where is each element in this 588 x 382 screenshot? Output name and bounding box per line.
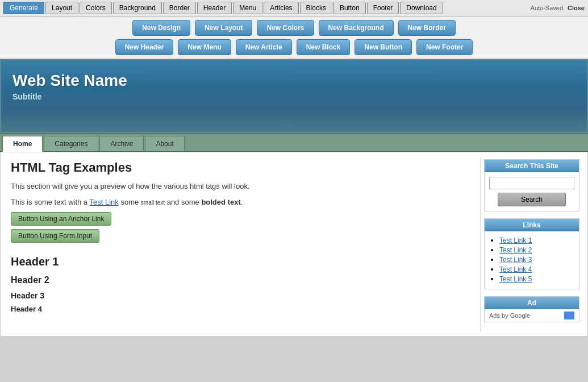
test-link-4[interactable]: Test Link 4 — [499, 265, 532, 273]
btn-new-footer[interactable]: New Footer — [416, 39, 473, 55]
tab-background[interactable]: Background — [113, 2, 162, 14]
ads-by-google-label: Ads by Google — [489, 312, 530, 319]
action-row-2: New Header New Menu New Article New Bloc… — [115, 39, 473, 55]
search-box: Search This Site Search — [484, 159, 579, 211]
list-item: Test Link 2 — [499, 246, 574, 254]
article: HTML Tag Examples This section will give… — [5, 157, 481, 331]
btn-new-border[interactable]: New Border — [398, 20, 456, 36]
site-subtitle: Subtitle — [12, 92, 576, 101]
google-icon — [564, 312, 574, 319]
site-title: Web Site Name — [12, 72, 576, 90]
nav-home[interactable]: Home — [2, 136, 43, 152]
para2-suffix: and some — [165, 198, 201, 206]
article-paragraph2: This is some text with a Test Link some … — [11, 197, 474, 208]
toolbar: Generate Layout Colors Background Border… — [0, 0, 588, 16]
site-preview: Web Site Name Subtitle Home Categories A… — [0, 59, 588, 337]
btn-new-header[interactable]: New Header — [115, 39, 174, 55]
list-item: Test Link 5 — [499, 275, 574, 283]
test-link-5[interactable]: Test Link 5 — [499, 275, 532, 283]
btn-new-background[interactable]: New Background — [319, 20, 394, 36]
article-h4: Header 4 — [11, 305, 474, 313]
action-row-1: New Design New Layout New Colors New Bac… — [132, 20, 456, 36]
article-h2: Header 2 — [11, 275, 474, 285]
sidebar: Search This Site Search Links Test Link … — [481, 157, 583, 331]
btn-new-article[interactable]: New Article — [236, 39, 292, 55]
test-link-1[interactable]: Test Link 1 — [499, 236, 532, 244]
nav-categories[interactable]: Categories — [44, 136, 98, 151]
site-header: Web Site Name Subtitle — [0, 59, 588, 133]
autosaved-area: Auto-Saved Close — [531, 5, 585, 11]
tab-blocks[interactable]: Blocks — [300, 2, 332, 14]
nav-archive[interactable]: Archive — [99, 136, 144, 151]
tab-border[interactable]: Border — [163, 2, 196, 14]
search-box-title: Search This Site — [485, 160, 579, 172]
nav-bar: Home Categories Archive About — [0, 133, 588, 152]
nav-about[interactable]: About — [145, 136, 184, 151]
article-h1: Header 1 — [11, 255, 474, 268]
tab-articles[interactable]: Articles — [264, 2, 298, 14]
tab-layout[interactable]: Layout — [45, 2, 78, 14]
tab-colors[interactable]: Colors — [80, 2, 112, 14]
para2-mid: some — [119, 198, 141, 206]
tab-header[interactable]: Header — [197, 2, 232, 14]
btn-new-button[interactable]: New Button — [355, 39, 412, 55]
list-item: Test Link 4 — [499, 265, 574, 273]
list-item: Test Link 3 — [499, 255, 574, 264]
ad-box-title: Ad — [485, 297, 579, 309]
para2-end: . — [241, 198, 243, 206]
btn-new-design[interactable]: New Design — [132, 20, 190, 36]
article-heading: HTML Tag Examples — [11, 160, 474, 175]
ad-box: Ad Ads by Google — [484, 296, 579, 322]
search-input[interactable] — [489, 177, 574, 189]
tab-button[interactable]: Button — [333, 2, 366, 14]
action-bar: New Design New Layout New Colors New Bac… — [0, 16, 588, 59]
links-list: Test Link 1 Test Link 2 Test Link 3 Test… — [489, 236, 574, 283]
test-link-2[interactable]: Test Link 2 — [499, 246, 532, 254]
ad-box-content: Ads by Google — [485, 309, 579, 322]
article-h3: Header 3 — [11, 291, 474, 300]
content-area: HTML Tag Examples This section will give… — [0, 152, 588, 337]
btn-anchor-link[interactable]: Button Using an Anchor Link — [11, 212, 111, 226]
article-paragraph1: This section will give you a preview of … — [11, 181, 474, 192]
btn-new-block[interactable]: New Block — [297, 39, 351, 55]
test-link[interactable]: Test Link — [89, 198, 118, 206]
tab-generate[interactable]: Generate — [3, 2, 44, 14]
tab-download[interactable]: Download — [400, 2, 443, 14]
links-box-title: Links — [485, 219, 579, 231]
para2-prefix: This is some text with a — [11, 198, 89, 206]
btn-form-input[interactable]: Button Using Form Input — [11, 229, 99, 243]
search-box-content: Search — [485, 172, 579, 211]
links-box: Links Test Link 1 Test Link 2 Test Link … — [484, 218, 579, 289]
tab-menu[interactable]: Menu — [233, 2, 262, 14]
para2-bold: bolded text — [201, 198, 240, 206]
test-link-3[interactable]: Test Link 3 — [499, 256, 532, 264]
btn-new-menu[interactable]: New Menu — [178, 39, 231, 55]
para2-small: small text — [141, 200, 165, 206]
btn-new-layout[interactable]: New Layout — [195, 20, 252, 36]
autosaved-label: Auto-Saved — [531, 5, 563, 11]
btn-new-colors[interactable]: New Colors — [257, 20, 314, 36]
links-box-content: Test Link 1 Test Link 2 Test Link 3 Test… — [485, 231, 579, 289]
close-link[interactable]: Close — [568, 5, 585, 11]
list-item: Test Link 1 — [499, 236, 574, 244]
search-button[interactable]: Search — [498, 193, 566, 206]
tab-footer[interactable]: Footer — [367, 2, 399, 14]
